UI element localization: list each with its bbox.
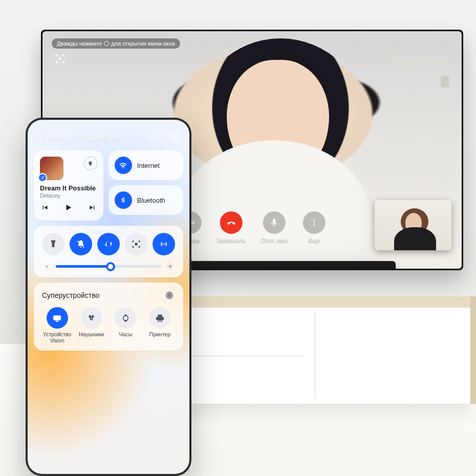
device-watch[interactable]: Часы: [110, 307, 142, 343]
video-call-self-view[interactable]: [375, 200, 451, 250]
brightness-fill: [56, 265, 111, 268]
svg-point-14: [123, 315, 128, 320]
svg-rect-6: [135, 243, 138, 246]
wifi-toggle[interactable]: Internet: [109, 150, 183, 180]
video-call-controls: Камера Завершить Откл. звук Еще: [179, 211, 326, 243]
more-label: Еще: [309, 237, 320, 243]
svg-point-7: [46, 266, 48, 268]
album-art: [40, 157, 63, 180]
home-button-icon: [104, 41, 109, 46]
panel-title: Панель управления: [37, 133, 120, 143]
flashlight-toggle[interactable]: [42, 233, 64, 255]
svg-rect-13: [56, 321, 58, 321]
device-printer[interactable]: Принтер: [144, 307, 176, 343]
printer-icon: [149, 307, 170, 329]
device-vision[interactable]: Устройство Vision: [41, 307, 73, 343]
svg-point-3: [313, 225, 315, 226]
auto-rotate-toggle[interactable]: [97, 233, 120, 255]
device-vision-label: Устройство Vision: [43, 331, 71, 343]
vision-icon: [47, 307, 68, 329]
brightness-thumb[interactable]: [106, 262, 115, 271]
end-call-label: Завершить: [217, 237, 245, 243]
tip-text-suffix: для открытия мини-окна: [111, 40, 175, 47]
svg-point-2: [313, 222, 315, 224]
svg-rect-12: [54, 315, 61, 320]
quick-toggles-card: [34, 226, 183, 277]
music-app-icon: [38, 173, 47, 182]
svg-point-11: [169, 295, 170, 296]
watch-icon: [115, 307, 136, 329]
smartphone: Панель управления: [26, 118, 191, 476]
super-device-title: Суперустройство: [42, 291, 99, 299]
tip-text-prefix: Дважды нажмите: [57, 40, 102, 47]
music-artist: Delacey: [40, 192, 97, 199]
bluetooth-label: Bluetooth: [137, 197, 165, 204]
device-watch-label: Часы: [119, 331, 133, 337]
mute-button[interactable]: [263, 211, 286, 234]
earbuds-icon: [81, 307, 102, 329]
end-call-button[interactable]: [220, 211, 242, 234]
viewfinder-icon[interactable]: [54, 53, 66, 64]
silent-mode-toggle[interactable]: [70, 233, 92, 255]
music-player-card[interactable]: Dream It Possible Delacey: [34, 150, 103, 221]
next-track-button[interactable]: [89, 204, 96, 213]
bluetooth-toggle[interactable]: Bluetooth: [109, 185, 183, 215]
bluetooth-icon: [115, 191, 132, 209]
more-button[interactable]: [303, 211, 326, 234]
audio-output-icon[interactable]: [84, 157, 97, 170]
brightness-high-icon: [166, 263, 174, 270]
settings-icon[interactable]: [150, 131, 162, 144]
svg-point-4: [155, 135, 158, 138]
brightness-slider[interactable]: [40, 261, 177, 271]
music-title: Dream It Possible: [40, 184, 97, 192]
play-button[interactable]: [63, 203, 73, 214]
screenshot-toggle[interactable]: [125, 233, 147, 255]
brightness-low-icon: [43, 263, 51, 270]
nfc-toggle[interactable]: [153, 233, 175, 255]
super-device-card: Суперустройство Устройство Vision Наушни: [34, 283, 183, 351]
mute-label: Откл. звук: [261, 237, 288, 243]
wifi-label: Internet: [137, 162, 160, 169]
svg-point-0: [59, 57, 61, 60]
control-panel: Панель управления: [28, 120, 189, 474]
edit-icon[interactable]: [169, 131, 180, 144]
svg-point-1: [313, 220, 315, 221]
device-printer-label: Принтер: [149, 331, 170, 337]
wifi-icon: [115, 157, 132, 174]
device-earbuds-label: Наушники: [79, 331, 104, 337]
svg-point-8: [169, 265, 171, 268]
super-device-settings-icon[interactable]: [164, 290, 175, 301]
device-earbuds[interactable]: Наушники: [75, 307, 107, 343]
previous-track-button[interactable]: [41, 204, 49, 213]
mini-window-tip: Дважды нажмите для открытия мини-окна: [52, 38, 180, 49]
